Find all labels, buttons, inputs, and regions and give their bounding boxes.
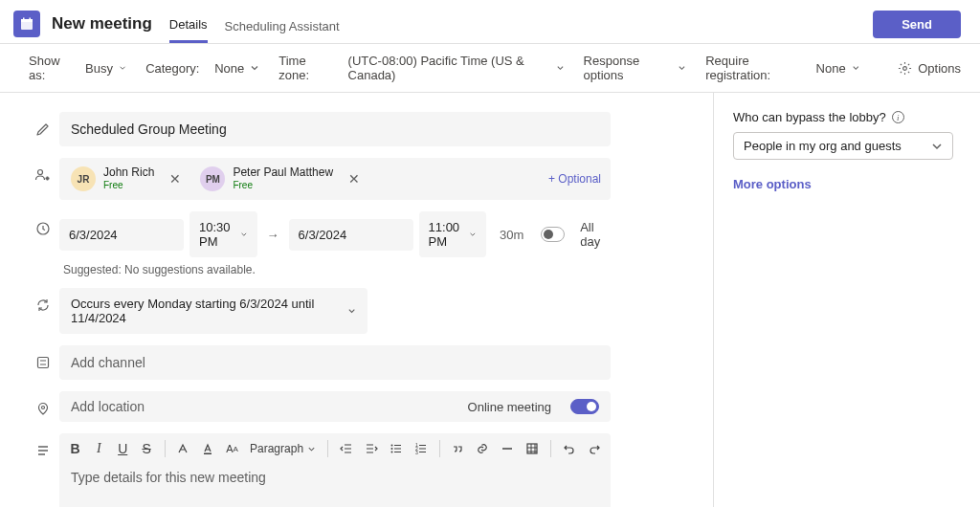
highlight-button[interactable] [176,439,189,458]
svg-point-13 [390,452,392,453]
svg-rect-1 [21,19,33,22]
undo-button[interactable] [563,439,576,458]
tab-scheduling-assistant[interactable]: Scheduling Assistant [225,5,340,43]
svg-point-5 [38,170,43,175]
quote-button[interactable] [451,439,464,458]
attendee-status: Free [233,180,333,191]
description-icon [27,433,59,458]
registration-dropdown[interactable]: Require registration: None [705,54,859,82]
more-options-link[interactable]: More options [733,177,961,191]
svg-point-12 [390,448,392,450]
page-title: New meeting [52,14,152,33]
lobby-label: Who can bypass the lobby? i [733,110,961,124]
redo-button[interactable] [588,439,601,458]
richtext-toolbar: B I U S AA Paragraph 123 [59,433,611,464]
send-button[interactable]: Send [873,11,961,38]
show-as-dropdown[interactable]: Show as: Busy [29,54,126,82]
duration-label: 30m [500,228,523,242]
info-icon[interactable]: i [892,111,904,123]
attendee-status: Free [103,180,154,191]
recurrence-dropdown[interactable]: Occurs every Monday starting 6/3/2024 un… [59,288,368,334]
location-icon [27,391,59,416]
svg-rect-3 [30,18,32,21]
online-meeting-label: Online meeting [468,400,551,414]
calendar-app-icon [13,11,40,37]
remove-attendee-button[interactable]: ✕ [348,171,360,187]
header-tabs: Details Scheduling Assistant [169,5,340,43]
options-button[interactable]: Options [898,61,961,76]
end-time-input[interactable]: 11:00 PM [419,211,487,257]
link-button[interactable] [476,439,489,458]
gear-icon [898,61,912,76]
strike-button[interactable]: S [141,439,153,458]
lobby-dropdown[interactable]: People in my org and guests [733,132,953,160]
font-color-button[interactable] [201,439,214,458]
remove-attendee-button[interactable]: ✕ [169,171,181,187]
recurrence-icon [27,288,59,313]
start-time-input[interactable]: 10:30 PM [189,211,257,257]
form-main: Scheduled Group Meeting JR John Rich Fre… [0,93,714,507]
category-dropdown[interactable]: Category: None [145,61,259,76]
font-size-button[interactable]: AA [226,439,238,458]
channel-icon [27,345,59,370]
avatar: PM [200,166,225,191]
arrow-right-icon: → [263,228,283,242]
bullet-list-button[interactable] [390,439,403,458]
italic-button[interactable]: I [93,439,105,458]
attendee-name: Peter Paul Matthew [233,166,333,180]
svg-text:3: 3 [415,450,418,455]
indent-button[interactable] [365,439,378,458]
options-toolbar: Show as: Busy Category: None Time zone: … [0,44,980,93]
outdent-button[interactable] [340,439,353,458]
channel-input[interactable]: Add channel [59,345,611,380]
svg-point-4 [903,66,907,70]
response-options-dropdown[interactable]: Response options [584,54,687,82]
svg-rect-8 [38,358,49,368]
underline-button[interactable]: U [117,439,129,458]
tab-details[interactable]: Details [169,5,208,43]
hr-button[interactable] [501,439,514,458]
start-date-input[interactable]: 6/3/2024 [59,219,184,251]
attendee-chip: JR John Rich Free ✕ [65,163,192,195]
location-input[interactable]: Add location Online meeting [59,391,611,422]
svg-point-11 [390,445,392,447]
all-day-label: All day [580,220,611,249]
svg-rect-10 [204,453,212,455]
clock-icon [27,211,59,236]
meeting-title-input[interactable]: Scheduled Group Meeting [59,112,611,146]
add-optional-button[interactable]: + Optional [548,172,601,186]
numbered-list-button[interactable]: 123 [414,439,428,458]
bold-button[interactable]: B [69,439,81,458]
attendee-name: John Rich [103,166,154,180]
sidebar: Who can bypass the lobby? i People in my… [714,93,980,507]
svg-point-9 [42,407,45,409]
pencil-icon [27,112,59,137]
svg-rect-2 [23,18,25,21]
avatar: JR [71,166,96,191]
people-icon [27,158,59,183]
description-editor[interactable]: Type details for this new meeting [59,464,611,507]
attendees-field[interactable]: JR John Rich Free ✕ PM Peter Paul Matthe… [59,158,611,200]
timezone-dropdown[interactable]: Time zone: (UTC-08:00) Pacific Time (US … [278,54,564,82]
attendee-chip: PM Peter Paul Matthew Free ✕ [194,163,371,195]
end-date-input[interactable]: 6/3/2024 [289,219,413,251]
suggested-text: Suggested: No suggestions available. [59,263,611,276]
header: New meeting Details Scheduling Assistant… [0,0,980,44]
online-meeting-toggle[interactable] [570,399,599,414]
paragraph-style-dropdown[interactable]: Paragraph [250,442,316,455]
table-button[interactable] [525,439,539,458]
all-day-toggle[interactable] [541,227,565,242]
